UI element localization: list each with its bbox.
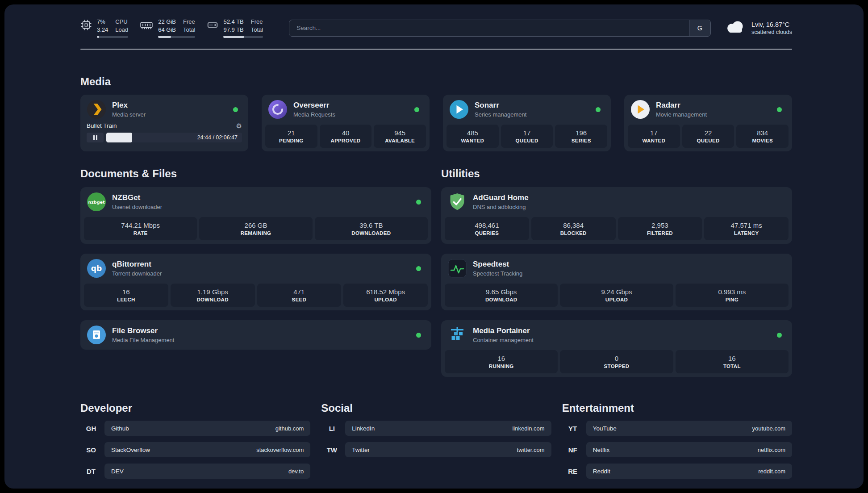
developer-column: Developer GH Github github.com SO StackO… (80, 402, 310, 479)
overseerr-icon (268, 100, 288, 119)
cloud-icon (725, 21, 746, 36)
disk-free-value: 52.4 TB (223, 18, 243, 26)
stat-wanted: 17WANTED (628, 125, 680, 148)
section-heading-developer: Developer (80, 402, 310, 414)
stat-total: 16TOTAL (676, 350, 789, 373)
qbittorrent-card[interactable]: qb qBittorrent Torrent downloader 16LEEC… (80, 254, 431, 310)
app-subtitle: Torrent downloader (112, 270, 162, 277)
bookmark-abbr: GH (80, 425, 102, 432)
bookmark-netflix: NF Netflix netflix.com (562, 442, 792, 457)
bookmark-link-youtube[interactable]: YouTube youtube.com (586, 421, 792, 436)
disk-progress-bar (223, 36, 263, 38)
nzbget-icon: nzbget (87, 192, 106, 212)
header-divider (80, 49, 792, 50)
status-dot (596, 107, 601, 112)
app-title: qBittorrent (112, 260, 162, 269)
memory-total-label: Total (183, 26, 195, 34)
utilities-column: Utilities AdGuard Home DNS and adblockin… (441, 167, 792, 377)
plex-card[interactable]: Plex Media server Bullet Train ⚙ 24: (80, 95, 248, 151)
search-engine-button[interactable]: G (689, 20, 710, 36)
app-subtitle: Media Requests (293, 111, 335, 118)
filebrowser-icon (87, 325, 106, 345)
stat-wanted: 485WANTED (447, 125, 499, 148)
bookmark-link-dev[interactable]: DEV dev.to (104, 464, 310, 479)
status-dot (233, 107, 238, 112)
bookmark-link-reddit[interactable]: Reddit reddit.com (586, 464, 792, 479)
bookmark-link-twitter[interactable]: Twitter twitter.com (345, 442, 551, 457)
app-subtitle: Series management (475, 111, 526, 118)
bookmark-abbr: TW (321, 446, 342, 454)
bookmark-link-github[interactable]: Github github.com (104, 421, 310, 436)
stat-pending: 21PENDING (265, 125, 317, 148)
pause-icon (93, 135, 97, 140)
app-subtitle: Media server (112, 111, 146, 118)
adguard-card[interactable]: AdGuard Home DNS and adblocking 498,461Q… (441, 187, 792, 244)
stat-rate: 744.21 MbpsRATE (84, 217, 197, 240)
cpu-load-value: 3.24 (97, 26, 108, 34)
stat-leech: 16LEECH (84, 284, 168, 307)
plex-icon (87, 100, 106, 119)
now-playing-title: Bullet Train (87, 122, 117, 129)
section-heading-entertainment: Entertainment (562, 402, 792, 414)
bookmark-abbr: LI (321, 425, 342, 432)
bookmark-github: GH Github github.com (80, 421, 310, 436)
sonarr-card[interactable]: Sonarr Series management 485WANTED 17QUE… (443, 95, 611, 151)
stat-blocked: 86,384BLOCKED (531, 217, 616, 240)
stat-available: 945AVAILABLE (374, 125, 426, 148)
stat-stopped: 0STOPPED (560, 350, 673, 373)
bookmark-link-stackoverflow[interactable]: StackOverflow stackoverflow.com (104, 442, 310, 457)
cpu-usage-percent: 7% (97, 18, 108, 26)
gear-icon[interactable]: ⚙ (236, 122, 242, 129)
disk-icon (207, 19, 218, 31)
stat-latency: 47.571 msLATENCY (704, 217, 789, 240)
portainer-icon (447, 325, 467, 345)
pause-button[interactable] (87, 133, 104, 142)
bookmark-link-netflix[interactable]: Netflix netflix.com (586, 442, 792, 457)
weather-location-temp: Lviv, 16.87°C (751, 21, 792, 28)
bookmark-abbr: RE (562, 468, 584, 475)
app-title: NZBGet (112, 193, 162, 202)
status-dot (777, 107, 782, 112)
portainer-card[interactable]: Media Portainer Container management 16R… (441, 320, 792, 377)
playback-time: 24:44 / 02:06:47 (197, 133, 238, 142)
disk-total-label: Total (251, 26, 263, 34)
status-dot (414, 107, 419, 112)
radarr-card[interactable]: Radarr Movie management 17WANTED 22QUEUE… (624, 95, 792, 151)
stat-download: 9.65 GbpsDOWNLOAD (445, 284, 558, 307)
search-input[interactable] (289, 20, 689, 36)
documents-column: Documents & Files nzbget NZBGet Usenet d… (80, 167, 431, 377)
dashboard-panel: 7% 3.24 CPU Load 22 GiB (4, 4, 864, 489)
nzbget-card[interactable]: nzbget NZBGet Usenet downloader 744.21 M… (80, 187, 431, 244)
overseerr-card[interactable]: Overseerr Media Requests 21PENDING 40APP… (262, 95, 430, 151)
app-subtitle: Speedtest Tracking (473, 270, 522, 277)
stat-filtered: 2,953FILTERED (618, 217, 702, 240)
social-column: Social LI LinkedIn linkedin.com TW Twitt… (321, 402, 551, 479)
bookmark-abbr: YT (562, 425, 584, 432)
bookmark-abbr: NF (562, 446, 584, 454)
section-heading-utilities: Utilities (441, 167, 792, 180)
stat-upload: 9.24 GbpsUPLOAD (560, 284, 673, 307)
memory-progress-bar (158, 36, 195, 38)
speedtest-card[interactable]: Speedtest Speedtest Tracking 9.65 GbpsDO… (441, 254, 792, 310)
cpu-label: CPU (115, 18, 128, 26)
qbittorrent-icon: qb (87, 259, 106, 278)
bookmark-linkedin: LI LinkedIn linkedin.com (321, 421, 551, 436)
cpu-widget: 7% 3.24 CPU Load (80, 18, 128, 38)
status-dot (416, 200, 421, 205)
bookmark-link-linkedin[interactable]: LinkedIn linkedin.com (345, 421, 551, 436)
stat-downloaded: 39.6 TBDOWNLOADED (315, 217, 428, 240)
status-dot (777, 333, 782, 338)
app-title: File Browser (112, 326, 174, 335)
filebrowser-card[interactable]: File Browser Media File Management (80, 320, 431, 350)
stat-seed: 471SEED (257, 284, 342, 307)
plex-now-playing: Bullet Train ⚙ 24:44 / 02:06:47 (84, 121, 245, 144)
cpu-load-label: Load (115, 26, 128, 34)
stat-approved: 40APPROVED (320, 125, 372, 148)
playback-progress[interactable]: 24:44 / 02:06:47 (106, 133, 242, 142)
stat-queued: 17QUEUED (501, 125, 553, 148)
cpu-icon (80, 19, 92, 31)
app-subtitle: Usenet downloader (112, 204, 162, 210)
stat-download: 1.19 GbpsDOWNLOAD (171, 284, 255, 307)
stat-running: 16RUNNING (445, 350, 558, 373)
stat-upload: 618.52 MbpsUPLOAD (343, 284, 428, 307)
